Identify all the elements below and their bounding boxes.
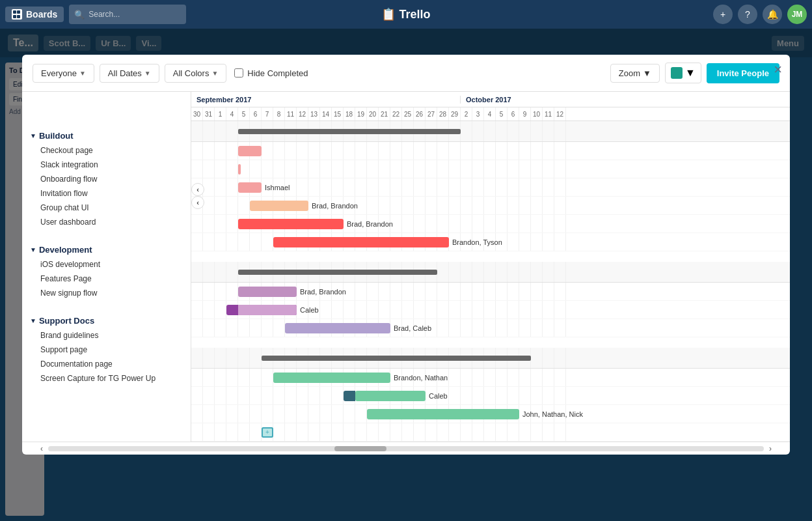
gantt-content: ▼ Buildout Checkout page Slack integrati… bbox=[22, 92, 790, 442]
dates-filter[interactable]: All Dates ▼ bbox=[100, 64, 159, 83]
task-item[interactable]: Brand guidelines bbox=[22, 328, 191, 343]
day-cell: 6 bbox=[250, 107, 262, 120]
gantt-task-row[interactable]: Brad, Brandon bbox=[191, 215, 790, 233]
avatar[interactable]: JM bbox=[787, 5, 807, 24]
gantt-nav-left-2[interactable]: ‹ bbox=[191, 196, 204, 209]
scrollbar-track[interactable] bbox=[48, 446, 764, 451]
task-item[interactable]: Checkout page bbox=[22, 143, 191, 158]
hide-completed-label: Hide Completed bbox=[247, 68, 308, 78]
group-header-buildout[interactable]: ▼ Buildout bbox=[22, 126, 191, 143]
gantt-task-bar[interactable] bbox=[238, 164, 241, 175]
day-cell: 3 bbox=[472, 107, 484, 120]
zoom-label: Zoom bbox=[619, 68, 640, 78]
task-item[interactable]: Support page bbox=[22, 343, 191, 357]
gantt-group-bar bbox=[262, 356, 531, 361]
invite-button[interactable]: Invite People bbox=[707, 63, 779, 83]
add-button[interactable]: + bbox=[713, 5, 733, 24]
gantt-body: IshmaelBrad, BrandonBrad, BrandonBrandon… bbox=[191, 121, 790, 442]
task-item[interactable]: iOS development bbox=[22, 257, 191, 272]
gantt-task-row[interactable]: + bbox=[191, 423, 790, 442]
search-bar[interactable]: 🔍 Search... bbox=[69, 5, 186, 24]
group-spacer bbox=[191, 251, 790, 262]
day-cell: 29 bbox=[449, 107, 461, 120]
people-filter-label: Everyone bbox=[41, 68, 77, 78]
task-item[interactable]: Screen Capture for TG Power Up bbox=[22, 371, 191, 386]
gantt-task-row[interactable]: Caleb bbox=[191, 301, 790, 319]
group-label-support-docs: Support Docs bbox=[39, 316, 94, 326]
day-cell: 26 bbox=[414, 107, 426, 120]
gantt-task-row[interactable]: Brandon, Tyson bbox=[191, 233, 790, 251]
bar-label: Caleb bbox=[429, 392, 448, 400]
gantt-task-bar[interactable] bbox=[238, 287, 297, 297]
hide-completed-toggle[interactable]: Hide Completed bbox=[234, 68, 308, 78]
gantt-task-row[interactable]: Ishmael bbox=[191, 178, 790, 197]
day-cell: 12 bbox=[554, 107, 566, 120]
day-cell: 14 bbox=[320, 107, 332, 120]
gantt-task-bar[interactable] bbox=[285, 323, 390, 333]
scroll-left-button[interactable]: ‹ bbox=[35, 442, 48, 455]
color-square-icon bbox=[671, 67, 683, 79]
bar-label: Brad, Caleb bbox=[394, 324, 431, 332]
gantt-task-row[interactable]: Brad, Caleb bbox=[191, 319, 790, 337]
gantt-task-bar[interactable] bbox=[238, 146, 262, 156]
task-item[interactable]: Documentation page bbox=[22, 357, 191, 371]
gantt-group-row[interactable] bbox=[191, 348, 790, 369]
gantt-task-bar[interactable] bbox=[273, 373, 390, 383]
chevron-down-icon: ▼ bbox=[211, 70, 218, 77]
task-item[interactable]: Group chat UI bbox=[22, 201, 191, 215]
gantt-task-row[interactable]: Brad, Brandon bbox=[191, 283, 790, 301]
search-icon: 🔍 bbox=[74, 10, 85, 20]
colors-filter[interactable]: All Colors ▼ bbox=[165, 64, 227, 83]
task-item[interactable]: New signup flow bbox=[22, 286, 191, 300]
day-cell: 28 bbox=[437, 107, 449, 120]
zoom-button[interactable]: Zoom ▼ bbox=[610, 64, 660, 83]
day-cell: 8 bbox=[273, 107, 285, 120]
day-cell: 10 bbox=[531, 107, 543, 120]
gantt-group-row[interactable] bbox=[191, 262, 790, 283]
help-button[interactable]: ? bbox=[738, 5, 757, 24]
task-item[interactable]: Invitation flow bbox=[22, 186, 191, 201]
scrollbar-thumb[interactable] bbox=[334, 446, 386, 451]
gantt-task-bar[interactable] bbox=[238, 219, 344, 229]
gantt-task-row[interactable] bbox=[191, 160, 790, 178]
nav-right: + ? 🔔 JM bbox=[713, 5, 807, 24]
group-header-development[interactable]: ▼ Development bbox=[22, 240, 191, 257]
boards-button[interactable]: Boards bbox=[5, 7, 64, 22]
gantt-task-bar-small bbox=[344, 391, 355, 401]
gantt-scrollbar[interactable]: ‹ › bbox=[22, 442, 790, 455]
close-button[interactable]: × bbox=[774, 63, 782, 77]
day-cell: 18 bbox=[344, 107, 355, 120]
day-cell: 31 bbox=[203, 107, 215, 120]
gantt-add-bar[interactable]: + bbox=[262, 427, 273, 438]
day-cell: 27 bbox=[426, 107, 437, 120]
gantt-chart[interactable]: September 2017 October 2017 303114567811… bbox=[191, 92, 790, 442]
notification-button[interactable]: 🔔 bbox=[763, 5, 782, 24]
gantt-toolbar-right: Zoom ▼ ▼ Invite People bbox=[610, 63, 779, 83]
hide-completed-checkbox[interactable] bbox=[234, 68, 243, 77]
scroll-right-button[interactable]: › bbox=[764, 442, 777, 455]
group-header-support-docs[interactable]: ▼ Support Docs bbox=[22, 311, 191, 328]
gantt-task-row[interactable]: John, Nathan, Nick bbox=[191, 405, 790, 423]
gantt-task-row[interactable]: Brad, Brandon bbox=[191, 197, 790, 215]
gantt-task-bar[interactable] bbox=[367, 409, 519, 419]
gantt-task-bar[interactable] bbox=[273, 237, 449, 247]
task-item[interactable]: Onboarding flow bbox=[22, 172, 191, 186]
bar-label: John, Nathan, Nick bbox=[522, 410, 583, 418]
collapse-icon: ▼ bbox=[30, 317, 36, 324]
color-picker-button[interactable]: ▼ bbox=[665, 63, 701, 83]
task-item[interactable]: User dashboard bbox=[22, 215, 191, 229]
gantt-task-row[interactable]: Brandon, Nathan bbox=[191, 369, 790, 387]
gantt-task-bar[interactable] bbox=[250, 201, 308, 211]
gantt-group-row[interactable] bbox=[191, 121, 790, 142]
task-item[interactable]: Features Page bbox=[22, 272, 191, 286]
gantt-days-row: 3031145678111213141518192021222526272829… bbox=[191, 107, 790, 120]
people-filter[interactable]: Everyone ▼ bbox=[33, 64, 94, 83]
day-cell: 6 bbox=[508, 107, 519, 120]
gantt-task-bar[interactable] bbox=[238, 182, 262, 193]
gantt-nav-left[interactable]: ‹ bbox=[191, 183, 204, 196]
gantt-task-row[interactable]: Caleb bbox=[191, 387, 790, 405]
gantt-task-row[interactable] bbox=[191, 142, 790, 160]
gantt-group-bar bbox=[238, 270, 437, 275]
gantt-task-bar[interactable] bbox=[355, 391, 426, 401]
task-item[interactable]: Slack integration bbox=[22, 158, 191, 172]
